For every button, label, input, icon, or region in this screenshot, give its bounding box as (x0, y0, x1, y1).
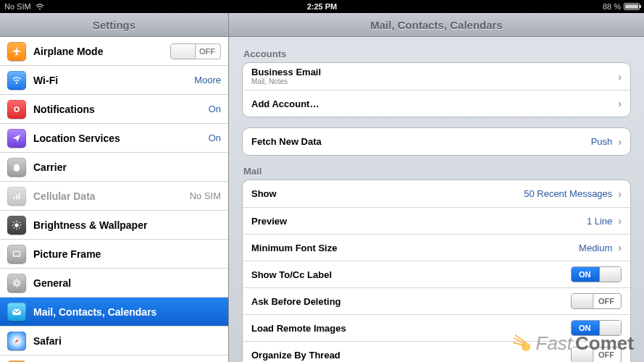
sidebar-item-general[interactable]: General (0, 269, 228, 298)
chevron-right-icon: › (618, 188, 622, 200)
notifications-icon (7, 100, 26, 119)
location-icon (7, 129, 26, 148)
sidebar-item-brightness[interactable]: Brightness & Wallpaper (0, 211, 228, 240)
svg-line-26 (19, 279, 20, 280)
sidebar-title: Settings (0, 13, 228, 37)
svg-line-13 (19, 227, 20, 228)
chevron-right-icon: › (618, 71, 622, 83)
detail-pane: Mail, Contacts, Calendars Accounts Busin… (229, 13, 644, 362)
sidebar-item-mail[interactable]: Mail, Contacts, Calendars (0, 298, 228, 327)
svg-line-12 (14, 222, 14, 222)
status-bar: No SIM 2:25 PM 88 % (0, 0, 644, 13)
row-label: Minimum Font Size (251, 243, 337, 253)
cellular-icon (7, 187, 26, 206)
sidebar-item-location[interactable]: Location Services On (0, 124, 228, 153)
safari-icon (7, 332, 26, 350)
row-add-account[interactable]: Add Account… › (243, 90, 630, 117)
sidebar-item-safari[interactable]: Safari (0, 327, 228, 355)
sidebar-item-label: Notifications (33, 104, 95, 115)
sim-status: No SIM (4, 2, 31, 11)
sidebar-item-notifications[interactable]: Notifications On (0, 95, 228, 124)
sidebar-item-carrier[interactable]: Carrier (0, 153, 228, 182)
sidebar-item-airplane[interactable]: Airplane Mode OFF (0, 37, 228, 66)
chevron-right-icon: › (618, 98, 622, 109)
row-fetch-new-data[interactable]: Fetch New Data Push › (243, 128, 630, 155)
row-preview[interactable]: Preview 1 Line › (243, 207, 630, 234)
mail-icon (7, 303, 26, 321)
row-value: Medium (579, 243, 612, 253)
sidebar-item-cellular[interactable]: Cellular Data No SIM (0, 182, 228, 211)
row-min-font[interactable]: Minimum Font Size Medium › (243, 234, 630, 261)
sidebar-item-pictureframe[interactable]: Picture Frame (0, 240, 228, 269)
group-mail: Show 50 Recent Messages › Preview 1 Line… (242, 180, 631, 362)
sidebar-item-ipod[interactable]: iPod (0, 355, 228, 362)
svg-line-24 (19, 285, 20, 285)
sidebar-item-label: Picture Frame (33, 248, 101, 260)
svg-line-14 (14, 227, 14, 228)
sidebar-item-label: Location Services (33, 132, 120, 144)
svg-line-23 (14, 279, 14, 280)
row-value: 1 Line (587, 216, 612, 227)
group-fetch: Fetch New Data Push › (242, 127, 631, 156)
svg-point-1 (16, 82, 17, 83)
svg-point-3 (15, 108, 18, 111)
row-label: Show (251, 188, 277, 199)
chevron-right-icon: › (618, 215, 622, 227)
row-show-tocc: Show To/Cc Label ON (243, 261, 630, 287)
sidebar-item-label: Carrier (33, 161, 67, 173)
sidebar-item-value: No SIM (190, 190, 221, 201)
row-account-business[interactable]: Business Email Mail, Notes › (243, 63, 630, 90)
toggle-load-remote[interactable]: ON (571, 320, 622, 336)
sidebar-item-value: On (209, 104, 221, 114)
toggle-show-tocc[interactable]: ON (571, 266, 622, 282)
wifi-icon (35, 4, 44, 10)
toggle-ask-delete[interactable]: OFF (571, 293, 622, 309)
row-load-remote: Load Remote Images ON (243, 314, 630, 341)
toggle-organize-thread[interactable]: OFF (571, 347, 622, 362)
section-label-accounts: Accounts (243, 49, 630, 59)
sidebar-item-label: Airplane Mode (33, 46, 103, 57)
battery-percent: 88 % (603, 2, 621, 11)
battery-icon (624, 3, 640, 10)
row-show[interactable]: Show 50 Recent Messages › (243, 180, 630, 207)
account-title: Business Email (251, 67, 321, 77)
row-label: Add Account… (251, 98, 319, 109)
sidebar-item-value: Moore (194, 75, 221, 85)
svg-rect-17 (14, 251, 20, 255)
svg-point-0 (39, 8, 41, 9)
sidebar-item-label: Brightness & Wallpaper (33, 219, 147, 231)
account-subtitle: Mail, Notes (251, 77, 321, 85)
settings-sidebar: Settings Airplane Mode OFF (0, 13, 229, 362)
row-label: Load Remote Images (251, 323, 346, 334)
airplane-toggle[interactable]: OFF (170, 43, 221, 59)
brightness-icon (7, 216, 26, 235)
svg-point-7 (14, 223, 18, 227)
carrier-icon (7, 158, 26, 177)
airplane-icon (7, 42, 26, 61)
detail-title: Mail, Contacts, Calendars (229, 13, 644, 37)
sidebar-item-label: General (33, 277, 71, 289)
sidebar-item-wifi[interactable]: Wi-Fi Moore (0, 66, 228, 95)
sidebar-item-label: Wi-Fi (33, 75, 58, 86)
svg-point-18 (14, 281, 19, 285)
gear-icon (7, 274, 26, 292)
svg-rect-5 (16, 195, 17, 199)
svg-rect-6 (19, 193, 20, 199)
row-value: Push (591, 136, 613, 147)
sidebar-item-value: On (209, 132, 221, 143)
pictureframe-icon (7, 245, 26, 264)
sidebar-item-label: Safari (33, 335, 62, 347)
section-label-mail: Mail (243, 166, 630, 177)
sidebar-item-label: Cellular Data (33, 190, 96, 202)
svg-rect-4 (14, 196, 15, 199)
row-label: Fetch New Data (251, 136, 322, 147)
row-label: Show To/Cc Label (251, 269, 332, 280)
row-organize-thread: Organize By Thread OFF (243, 341, 630, 362)
chevron-right-icon: › (618, 136, 622, 148)
row-label: Preview (251, 216, 287, 227)
group-accounts: Business Email Mail, Notes › Add Account… (242, 62, 631, 117)
row-label: Ask Before Deleting (251, 296, 341, 307)
sidebar-item-label: Mail, Contacts, Calendars (33, 306, 156, 318)
row-ask-delete: Ask Before Deleting OFF (243, 287, 630, 314)
row-value: 50 Recent Messages (524, 188, 612, 199)
